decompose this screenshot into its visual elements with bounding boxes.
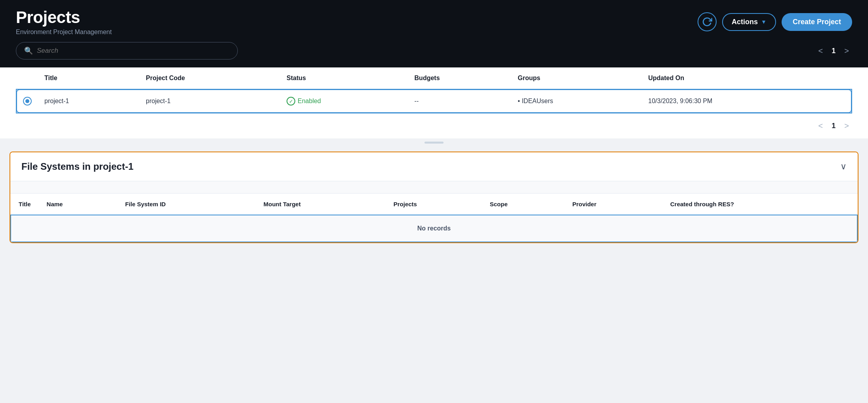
create-project-button[interactable]: Create Project: [782, 13, 852, 31]
row-status: ✓ Enabled: [280, 89, 408, 113]
table-row[interactable]: project-1 project-1 ✓ Enabled -- • IDEAU…: [16, 89, 852, 113]
fs-header-row: Title Name File System ID Mount Target P…: [11, 194, 857, 215]
row-updated-on: 10/3/2023, 9:06:30 PM: [642, 89, 852, 113]
groups-value: IDEAUsers: [522, 98, 553, 104]
divider-handle: [0, 138, 868, 147]
page-header: Projects Environment Project Management …: [0, 0, 868, 67]
row-project-code: project-1: [140, 89, 280, 113]
row-radio[interactable]: [16, 89, 38, 113]
col-budgets: Budgets: [408, 67, 512, 89]
status-text: Enabled: [298, 98, 321, 105]
row-groups: • IDEAUsers: [511, 89, 642, 113]
fs-col-mount: Mount Target: [256, 194, 386, 215]
projects-table-body: project-1 project-1 ✓ Enabled -- • IDEAU…: [16, 89, 852, 113]
fs-no-records: No records: [11, 215, 857, 242]
fs-col-created-res: Created through RES?: [662, 194, 857, 215]
file-systems-header: File Systems in project-1 ∨: [10, 152, 858, 181]
file-systems-spacer: [10, 181, 858, 193]
fs-col-id: File System ID: [117, 194, 256, 215]
current-page-bottom: 1: [832, 122, 835, 130]
refresh-button[interactable]: [698, 12, 717, 31]
page-title: Projects: [16, 8, 112, 27]
col-status: Status: [280, 67, 408, 89]
search-row: 🔍 < 1 >: [16, 42, 852, 59]
pagination-header: < 1 >: [815, 45, 852, 57]
prev-page-button-header[interactable]: <: [815, 45, 826, 57]
header-top-row: Projects Environment Project Management …: [16, 8, 852, 36]
col-project-code: Project Code: [140, 67, 280, 89]
table-wrapper: Title Project Code Status Budgets Groups…: [0, 67, 868, 113]
enabled-icon: ✓: [287, 97, 295, 106]
table-header: Title Project Code Status Budgets Groups…: [16, 67, 852, 89]
next-page-button-bottom[interactable]: >: [841, 120, 852, 132]
collapse-icon[interactable]: ∨: [840, 161, 847, 172]
header-actions: Actions ▼ Create Project: [698, 12, 852, 31]
file-systems-section: File Systems in project-1 ∨ Title Name F…: [10, 152, 858, 243]
file-systems-table-header: Title Name File System ID Mount Target P…: [10, 193, 858, 242]
col-groups: Groups: [511, 67, 642, 89]
fs-col-scope: Scope: [482, 194, 564, 215]
file-systems-title: File Systems in project-1: [21, 161, 134, 172]
fs-col-title: Title: [11, 194, 39, 215]
fs-col-name: Name: [39, 194, 117, 215]
search-container: 🔍: [16, 42, 238, 59]
col-updated-on: Updated On: [642, 67, 852, 89]
row-budgets: --: [408, 89, 512, 113]
file-systems-body: Title Name File System ID Mount Target P…: [10, 181, 858, 242]
fs-table-body: No records: [11, 215, 857, 242]
chevron-down-icon: ▼: [761, 19, 767, 25]
projects-table: Title Project Code Status Budgets Groups…: [16, 67, 852, 113]
pagination-bottom: < 1 >: [0, 113, 868, 138]
search-input[interactable]: [37, 47, 229, 55]
page-subtitle: Environment Project Management: [16, 29, 112, 36]
projects-table-section: Title Project Code Status Budgets Groups…: [0, 67, 868, 138]
status-enabled: ✓ Enabled: [287, 97, 402, 106]
header-row: Title Project Code Status Budgets Groups…: [16, 67, 852, 89]
header-left: Projects Environment Project Management: [16, 8, 112, 36]
fs-col-projects: Projects: [386, 194, 482, 215]
row-title: project-1: [38, 89, 140, 113]
actions-label: Actions: [732, 18, 758, 26]
file-systems-table: Title Name File System ID Mount Target P…: [10, 194, 858, 242]
divider-bar: [424, 142, 444, 144]
prev-page-button-bottom[interactable]: <: [815, 120, 826, 132]
fs-col-provider: Provider: [564, 194, 662, 215]
fs-no-records-row: No records: [11, 215, 857, 242]
current-page-header: 1: [832, 47, 835, 55]
fs-table-header: Title Name File System ID Mount Target P…: [11, 194, 857, 215]
groups-bullet: •: [518, 98, 522, 104]
col-title: Title: [38, 67, 140, 89]
search-icon: 🔍: [24, 46, 33, 55]
next-page-button-header[interactable]: >: [841, 45, 852, 57]
radio-selected-icon: [23, 97, 32, 106]
col-select: [16, 67, 38, 89]
actions-button[interactable]: Actions ▼: [722, 13, 776, 31]
